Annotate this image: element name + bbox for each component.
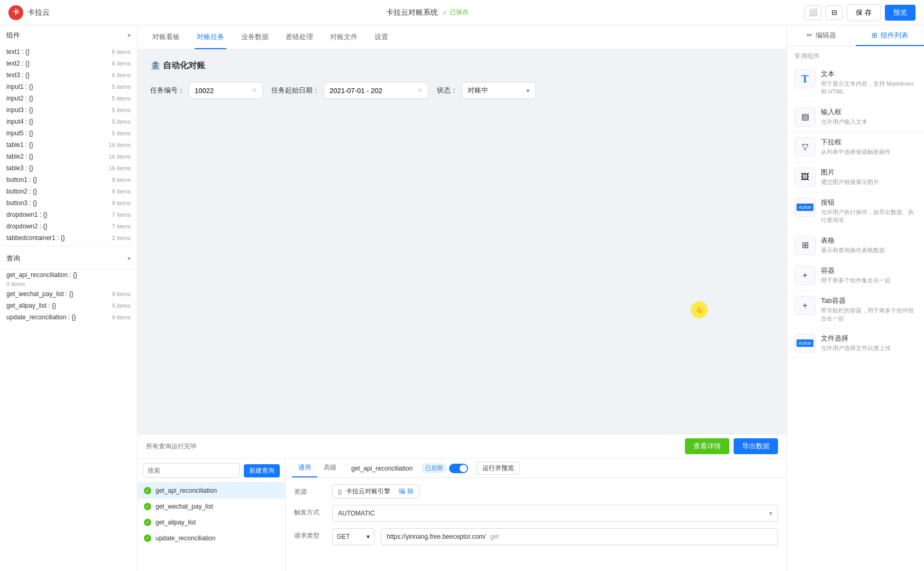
- method-select[interactable]: GET ▾: [332, 528, 374, 545]
- sidebar-query-name: get_wechat_pay_list : {}: [6, 290, 74, 298]
- config-tab-general-label: 通用: [298, 463, 311, 472]
- sidebar-item[interactable]: button2 : {}9 items: [0, 186, 137, 197]
- sidebar-item-name: dropdown1 : {}: [6, 211, 47, 218]
- source-edit[interactable]: 编 辑: [399, 487, 413, 496]
- tab-业务数据[interactable]: 业务数据: [239, 25, 271, 49]
- components-section-header[interactable]: 组件 ▾: [0, 25, 137, 46]
- page-title: 🏦 自动化对账: [150, 60, 774, 71]
- sidebar-item[interactable]: tabbedcontainer1 : {}2 items: [0, 232, 137, 244]
- source-selector[interactable]: {} 卡拉云对账引擎 编 辑: [332, 484, 419, 499]
- component-info: 表格 展示和查询操作表格数据: [821, 236, 917, 254]
- trigger-select[interactable]: AUTOMATIC ▾: [332, 505, 778, 522]
- status-select[interactable]: 对账中 ▾: [462, 82, 536, 99]
- export-button[interactable]: 导出数据: [734, 438, 778, 454]
- tab-对账文件[interactable]: 对账文件: [328, 25, 360, 49]
- task-no-field: 任务编号： ✕: [150, 82, 263, 99]
- preview-button[interactable]: 预览: [885, 5, 916, 21]
- component-item-1[interactable]: ▤ 输入框 允许用户输入文本: [787, 102, 924, 132]
- task-no-input-wrapper[interactable]: ✕: [189, 82, 263, 99]
- toggle-track[interactable]: [449, 464, 468, 473]
- component-item-4[interactable]: Action 按钮 允许用户执行操作，如导出数据、执行查询等: [787, 192, 924, 231]
- query-list-item[interactable]: get_wechat_pay_list: [138, 499, 285, 514]
- sidebar-item[interactable]: table2 : {}16 items: [0, 151, 137, 162]
- sidebar-item-count: 9 items: [112, 177, 131, 183]
- sidebar-item[interactable]: text1 : {}6 items: [0, 46, 137, 58]
- layout-btn-1[interactable]: ⬜: [804, 5, 821, 20]
- sidebar-item-count: 2 items: [112, 235, 131, 241]
- component-item-3[interactable]: 🖼 图片 通过图片链接展示图片: [787, 162, 924, 192]
- task-no-input[interactable]: [195, 87, 249, 95]
- component-desc: 允许用户输入文本: [821, 118, 917, 126]
- sidebar-query-item[interactable]: get_wechat_pay_list : {}9 items: [0, 288, 137, 300]
- sidebar-item[interactable]: input1 : {}5 items: [0, 81, 137, 93]
- page-title-text: 🏦 自动化对账: [150, 60, 205, 71]
- sidebar-query-item[interactable]: get_alipay_list : {}9 items: [0, 300, 137, 311]
- sidebar-item[interactable]: dropdown1 : {}7 items: [0, 209, 137, 220]
- sidebar-item[interactable]: input5 : {}5 items: [0, 127, 137, 139]
- task-date-input-wrapper[interactable]: ✕: [324, 82, 428, 99]
- sidebar-item-count: 6 items: [112, 49, 131, 55]
- sidebar-query-count: 9 items: [0, 281, 137, 288]
- tab-差错处理[interactable]: 差错处理: [283, 25, 315, 49]
- layout-btn-2[interactable]: ⊟: [826, 5, 843, 20]
- component-icon-glyph: ⊞: [802, 240, 809, 250]
- save-button[interactable]: 保 存: [847, 4, 881, 21]
- query-list-item[interactable]: get_api_reconciliation: [138, 483, 285, 499]
- tab-对账看板[interactable]: 对账看板: [150, 25, 182, 49]
- component-item-6[interactable]: + 容器 用于将多个组件集合在一起: [787, 261, 924, 291]
- sidebar-item[interactable]: text3 : {}6 items: [0, 69, 137, 81]
- task-date-clear-icon[interactable]: ✕: [417, 87, 423, 94]
- config-tab-general[interactable]: 通用: [292, 459, 317, 477]
- tab-对账任务[interactable]: 对账任务: [195, 25, 226, 49]
- sidebar-item[interactable]: text2 : {}6 items: [0, 58, 137, 69]
- component-icon-glyph: T: [801, 73, 808, 85]
- sidebar-item-count: 7 items: [112, 223, 131, 229]
- method-arrow-icon: ▾: [367, 533, 370, 540]
- query-status-dot: [144, 487, 151, 494]
- component-item-0[interactable]: T 文本 用于显示文本内容，支持 Markdown 和 HTML: [787, 64, 924, 102]
- tab-设置[interactable]: 设置: [372, 25, 390, 49]
- sidebar-query-count: 9 items: [112, 291, 131, 297]
- component-icon-glyph: Action: [797, 204, 813, 211]
- component-item-8[interactable]: Action 文件选择 允许用户选择文件以便上传: [787, 328, 924, 358]
- sidebar-item[interactable]: button1 : {}9 items: [0, 174, 137, 186]
- sidebar-item-count: 16 items: [108, 142, 131, 148]
- enabled-toggle: 已启用: [417, 463, 468, 473]
- tab-editor[interactable]: ✏ 编辑器: [787, 25, 856, 46]
- query-list-item[interactable]: update_reconciliation: [138, 530, 285, 546]
- sidebar-item[interactable]: input3 : {}5 items: [0, 104, 137, 116]
- query-search-bar: 新建查询: [138, 459, 285, 483]
- component-name: 文本: [821, 69, 917, 79]
- sidebar-item[interactable]: button3 : {}9 items: [0, 197, 137, 209]
- sidebar-item-name: text3 : {}: [6, 71, 30, 79]
- component-icon: T: [794, 69, 816, 88]
- queries-section-header[interactable]: 查询 ▾: [0, 248, 137, 269]
- config-tab-advanced[interactable]: 高级: [317, 459, 343, 477]
- component-item-7[interactable]: + Tab容器 带导航栏的容器，用于将多个组件组合在一起: [787, 291, 924, 329]
- sidebar-query-item[interactable]: get_api_reconciliation : {}: [0, 269, 137, 281]
- component-icon-glyph: +: [802, 301, 807, 310]
- component-item-5[interactable]: ⊞ 表格 展示和查询操作表格数据: [787, 231, 924, 261]
- new-query-button[interactable]: 新建查询: [244, 464, 280, 477]
- trigger-value: AUTOMATIC: [338, 510, 375, 517]
- component-info: 下拉框 从列表中选择值或触发操作: [821, 137, 917, 156]
- task-no-clear-icon[interactable]: ✕: [252, 87, 257, 94]
- task-date-input[interactable]: [330, 87, 414, 95]
- tab-components-list[interactable]: ⊞ 组件列表: [856, 25, 925, 46]
- component-item-2[interactable]: ▽ 下拉框 从列表中选择值或触发操作: [787, 132, 924, 162]
- run-preview-button[interactable]: 运行并预览: [477, 462, 520, 475]
- sidebar-query-item[interactable]: update_reconciliation : {}9 items: [0, 311, 137, 323]
- query-search-input[interactable]: [143, 463, 240, 478]
- query-list-panel: 新建查询 get_api_reconciliationget_wechat_pa…: [138, 459, 286, 571]
- method-label: 请求类型: [294, 528, 326, 540]
- url-input-wrapper[interactable]: https://yinnang.free.beeceptor.com/ get: [381, 528, 778, 545]
- sidebar-item[interactable]: table3 : {}16 items: [0, 162, 137, 174]
- sidebar-item[interactable]: table1 : {}16 items: [0, 139, 137, 151]
- query-list-item[interactable]: get_alipay_list: [138, 514, 285, 530]
- sidebar-item[interactable]: input2 : {}5 items: [0, 93, 137, 104]
- sidebar-item[interactable]: dropdown2 : {}7 items: [0, 220, 137, 232]
- topbar-left: 卡 卡拉云: [8, 5, 50, 20]
- detail-button[interactable]: 查看详情: [685, 438, 729, 454]
- sidebar-item-name: input3 : {}: [6, 106, 33, 114]
- sidebar-item[interactable]: input4 : {}5 items: [0, 116, 137, 127]
